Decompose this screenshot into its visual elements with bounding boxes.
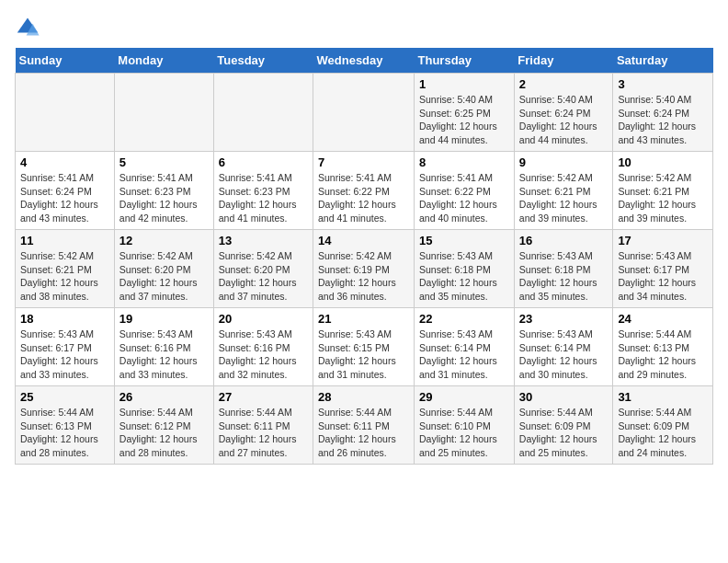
- calendar-cell: 26Sunrise: 5:44 AM Sunset: 6:12 PM Dayli…: [114, 386, 213, 465]
- day-number: 12: [119, 234, 209, 247]
- day-number: 28: [318, 390, 409, 404]
- day-number: 22: [419, 312, 509, 326]
- day-info: Sunrise: 5:41 AM Sunset: 6:24 PM Dayligh…: [20, 171, 109, 225]
- day-number: 6: [219, 155, 308, 169]
- day-number: 2: [519, 77, 609, 91]
- calendar-cell: 12Sunrise: 5:42 AM Sunset: 6:20 PM Dayli…: [114, 230, 213, 308]
- calendar-cell: 7Sunrise: 5:41 AM Sunset: 6:22 PM Daylig…: [313, 152, 415, 230]
- day-info: Sunrise: 5:43 AM Sunset: 6:14 PM Dayligh…: [419, 327, 509, 382]
- day-info: Sunrise: 5:42 AM Sunset: 6:20 PM Dayligh…: [119, 249, 209, 304]
- calendar-cell: 28Sunrise: 5:44 AM Sunset: 6:11 PM Dayli…: [313, 386, 415, 465]
- day-number: 15: [419, 234, 509, 247]
- day-info: Sunrise: 5:43 AM Sunset: 6:16 PM Dayligh…: [119, 327, 209, 382]
- calendar-cell: 27Sunrise: 5:44 AM Sunset: 6:11 PM Dayli…: [213, 386, 313, 465]
- weekday-header: Monday: [114, 48, 213, 74]
- page-header: [15, 15, 713, 40]
- calendar-table: SundayMondayTuesdayWednesdayThursdayFrid…: [15, 48, 713, 465]
- day-number: 4: [20, 155, 109, 169]
- day-info: Sunrise: 5:44 AM Sunset: 6:11 PM Dayligh…: [219, 406, 308, 460]
- day-info: Sunrise: 5:40 AM Sunset: 6:24 PM Dayligh…: [519, 93, 609, 147]
- calendar-cell: 25Sunrise: 5:44 AM Sunset: 6:13 PM Dayli…: [16, 386, 115, 465]
- day-info: Sunrise: 5:44 AM Sunset: 6:09 PM Dayligh…: [618, 406, 708, 460]
- day-number: 7: [318, 155, 409, 169]
- day-number: 24: [618, 312, 708, 326]
- day-number: 17: [618, 234, 708, 247]
- calendar-week-row: 25Sunrise: 5:44 AM Sunset: 6:13 PM Dayli…: [16, 386, 713, 465]
- day-info: Sunrise: 5:43 AM Sunset: 6:18 PM Dayligh…: [419, 249, 509, 304]
- calendar-cell: 21Sunrise: 5:43 AM Sunset: 6:15 PM Dayli…: [313, 308, 415, 386]
- calendar-cell: 13Sunrise: 5:42 AM Sunset: 6:20 PM Dayli…: [213, 230, 313, 308]
- calendar-cell: [213, 74, 313, 152]
- day-info: Sunrise: 5:43 AM Sunset: 6:16 PM Dayligh…: [219, 327, 308, 382]
- calendar-cell: 31Sunrise: 5:44 AM Sunset: 6:09 PM Dayli…: [613, 386, 713, 465]
- day-info: Sunrise: 5:41 AM Sunset: 6:23 PM Dayligh…: [119, 171, 209, 225]
- weekday-header: Tuesday: [213, 48, 313, 74]
- day-info: Sunrise: 5:43 AM Sunset: 6:18 PM Dayligh…: [519, 249, 609, 304]
- day-info: Sunrise: 5:43 AM Sunset: 6:14 PM Dayligh…: [519, 327, 609, 382]
- day-info: Sunrise: 5:43 AM Sunset: 6:15 PM Dayligh…: [318, 327, 409, 382]
- calendar-cell: 8Sunrise: 5:41 AM Sunset: 6:22 PM Daylig…: [415, 152, 515, 230]
- calendar-cell: 9Sunrise: 5:42 AM Sunset: 6:21 PM Daylig…: [514, 152, 613, 230]
- day-number: 20: [219, 312, 308, 326]
- day-info: Sunrise: 5:44 AM Sunset: 6:12 PM Dayligh…: [119, 406, 209, 460]
- calendar-cell: 6Sunrise: 5:41 AM Sunset: 6:23 PM Daylig…: [213, 152, 313, 230]
- calendar-cell: [313, 74, 415, 152]
- day-number: 27: [219, 390, 308, 404]
- logo-icon: [15, 15, 40, 40]
- day-info: Sunrise: 5:42 AM Sunset: 6:21 PM Dayligh…: [618, 171, 708, 225]
- calendar-cell: [16, 74, 115, 152]
- calendar-week-row: 18Sunrise: 5:43 AM Sunset: 6:17 PM Dayli…: [16, 308, 713, 386]
- calendar-cell: 24Sunrise: 5:44 AM Sunset: 6:13 PM Dayli…: [613, 308, 713, 386]
- day-info: Sunrise: 5:44 AM Sunset: 6:09 PM Dayligh…: [519, 406, 609, 460]
- calendar-cell: 22Sunrise: 5:43 AM Sunset: 6:14 PM Dayli…: [415, 308, 515, 386]
- calendar-cell: 30Sunrise: 5:44 AM Sunset: 6:09 PM Dayli…: [514, 386, 613, 465]
- day-info: Sunrise: 5:41 AM Sunset: 6:22 PM Dayligh…: [318, 171, 409, 225]
- day-number: 8: [419, 155, 509, 169]
- day-number: 26: [119, 390, 209, 404]
- day-info: Sunrise: 5:42 AM Sunset: 6:20 PM Dayligh…: [219, 249, 308, 304]
- day-info: Sunrise: 5:41 AM Sunset: 6:23 PM Dayligh…: [219, 171, 308, 225]
- day-number: 18: [20, 312, 109, 326]
- calendar-cell: 23Sunrise: 5:43 AM Sunset: 6:14 PM Dayli…: [514, 308, 613, 386]
- logo: [15, 15, 44, 40]
- weekday-header: Wednesday: [313, 48, 415, 74]
- day-info: Sunrise: 5:44 AM Sunset: 6:13 PM Dayligh…: [20, 406, 109, 460]
- day-number: 3: [618, 77, 708, 91]
- day-info: Sunrise: 5:43 AM Sunset: 6:17 PM Dayligh…: [618, 249, 708, 304]
- calendar-cell: 16Sunrise: 5:43 AM Sunset: 6:18 PM Dayli…: [514, 230, 613, 308]
- calendar-cell: 18Sunrise: 5:43 AM Sunset: 6:17 PM Dayli…: [16, 308, 115, 386]
- calendar-cell: 20Sunrise: 5:43 AM Sunset: 6:16 PM Dayli…: [213, 308, 313, 386]
- calendar-cell: 5Sunrise: 5:41 AM Sunset: 6:23 PM Daylig…: [114, 152, 213, 230]
- day-number: 31: [618, 390, 708, 404]
- day-number: 25: [20, 390, 109, 404]
- calendar-cell: 17Sunrise: 5:43 AM Sunset: 6:17 PM Dayli…: [613, 230, 713, 308]
- calendar-cell: 29Sunrise: 5:44 AM Sunset: 6:10 PM Dayli…: [415, 386, 515, 465]
- calendar-week-row: 11Sunrise: 5:42 AM Sunset: 6:21 PM Dayli…: [16, 230, 713, 308]
- day-number: 5: [119, 155, 209, 169]
- calendar-cell: 4Sunrise: 5:41 AM Sunset: 6:24 PM Daylig…: [16, 152, 115, 230]
- day-number: 13: [219, 234, 308, 247]
- day-number: 10: [618, 155, 708, 169]
- calendar-week-row: 1Sunrise: 5:40 AM Sunset: 6:25 PM Daylig…: [16, 74, 713, 152]
- day-number: 1: [419, 77, 509, 91]
- calendar-cell: 1Sunrise: 5:40 AM Sunset: 6:25 PM Daylig…: [415, 74, 515, 152]
- day-info: Sunrise: 5:40 AM Sunset: 6:24 PM Dayligh…: [618, 93, 708, 147]
- day-number: 29: [419, 390, 509, 404]
- weekday-header: Saturday: [613, 48, 713, 74]
- day-info: Sunrise: 5:41 AM Sunset: 6:22 PM Dayligh…: [419, 171, 509, 225]
- calendar-cell: [114, 74, 213, 152]
- day-number: 19: [119, 312, 209, 326]
- calendar-cell: 2Sunrise: 5:40 AM Sunset: 6:24 PM Daylig…: [514, 74, 613, 152]
- calendar-cell: 15Sunrise: 5:43 AM Sunset: 6:18 PM Dayli…: [415, 230, 515, 308]
- weekday-header: Sunday: [16, 48, 115, 74]
- day-info: Sunrise: 5:44 AM Sunset: 6:13 PM Dayligh…: [618, 327, 708, 382]
- day-number: 9: [519, 155, 609, 169]
- day-info: Sunrise: 5:42 AM Sunset: 6:21 PM Dayligh…: [519, 171, 609, 225]
- calendar-cell: 10Sunrise: 5:42 AM Sunset: 6:21 PM Dayli…: [613, 152, 713, 230]
- day-number: 21: [318, 312, 409, 326]
- day-number: 30: [519, 390, 609, 404]
- day-info: Sunrise: 5:42 AM Sunset: 6:21 PM Dayligh…: [20, 249, 109, 304]
- weekday-header: Thursday: [415, 48, 515, 74]
- day-number: 16: [519, 234, 609, 247]
- weekday-header-row: SundayMondayTuesdayWednesdayThursdayFrid…: [16, 48, 713, 74]
